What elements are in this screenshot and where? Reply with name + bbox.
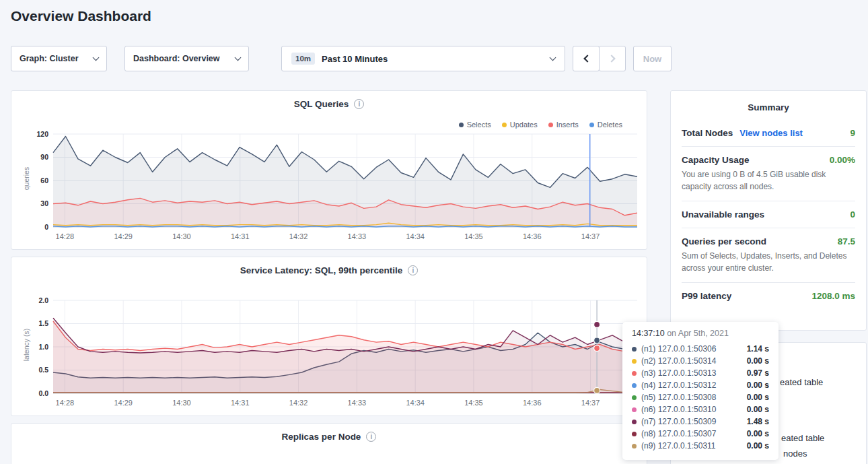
tooltip-node-row: (n8) 127.0.0.1:503070.00 s (632, 428, 769, 440)
replicas-per-node-card: Replicas per Node i (11, 423, 647, 464)
tooltip-node-row: (n5) 127.0.0.1:503080.00 s (632, 391, 769, 403)
unavailable-ranges-value: 0 (850, 209, 855, 220)
svg-text:14:28: 14:28 (56, 232, 75, 240)
time-range-badge: 10m (291, 53, 315, 65)
series-color-dot (632, 407, 637, 412)
svg-text:2.0: 2.0 (38, 296, 48, 304)
latency-value: 0.00 s (747, 380, 769, 390)
series-color-dot (632, 432, 637, 436)
tooltip-node-row: (n4) 127.0.0.1:503120.00 s (632, 379, 769, 391)
service-latency-title: Service Latency: SQL, 99th percentile (240, 265, 403, 275)
svg-text:14:35: 14:35 (464, 232, 483, 240)
time-window-prev-button[interactable] (573, 46, 600, 71)
total-nodes-value: 9 (850, 128, 855, 138)
svg-text:14:30: 14:30 (172, 232, 191, 240)
service-latency-card: Service Latency: SQL, 99th percentile i … (11, 257, 647, 416)
p99-latency-label: P99 latency (682, 291, 731, 301)
svg-text:14:29: 14:29 (114, 399, 133, 407)
graph-dropdown-label: Graph: Cluster (20, 54, 79, 63)
page-title: Overview Dashboard (11, 8, 151, 24)
dashboard-dropdown-label: Dashboard: Overview (133, 54, 220, 63)
total-nodes-stat: Total Nodes View nodes list 9 (682, 120, 855, 146)
time-window-next-button[interactable] (599, 46, 626, 71)
queries-per-second-subtext: Sum of Selects, Updates, Inserts, and De… (682, 250, 855, 274)
tooltip-node-row: (n3) 127.0.0.1:503130.97 s (632, 367, 769, 379)
svg-text:1.5: 1.5 (38, 319, 48, 327)
node-address: (n9) 127.0.0.1:50311 (641, 441, 716, 451)
chevron-down-icon (550, 54, 556, 61)
tooltip-node-row: (n6) 127.0.0.1:503100.00 s (632, 403, 769, 416)
info-icon[interactable]: i (366, 432, 376, 442)
latency-value: 0.00 s (747, 429, 769, 438)
replicas-per-node-title: Replicas per Node (282, 432, 361, 442)
latency-value: 0.00 s (747, 393, 769, 402)
now-button[interactable]: Now (633, 46, 672, 71)
node-address: (n1) 127.0.0.1:50306 (641, 344, 716, 354)
event-text-fragment: eated table (780, 377, 823, 387)
series-color-dot (632, 371, 637, 376)
event-text-fragment: eated table (781, 433, 824, 443)
series-color-dot (632, 444, 637, 449)
legend-item-updates: Updates (502, 121, 538, 129)
legend-item-inserts: Inserts (548, 121, 579, 129)
queries-per-second-value: 87.5 (838, 236, 855, 246)
svg-text:0.5: 0.5 (38, 366, 48, 374)
capacity-usage-label: Capacity Usage (682, 155, 750, 165)
capacity-usage-subtext: You are using 0 B of 4.5 GiB usable disk… (682, 168, 855, 193)
svg-text:14:31: 14:31 (231, 232, 250, 240)
latency-value: 0.00 s (747, 405, 769, 414)
sql-queries-chart[interactable]: 14:2814:2914:3014:3114:3214:3314:3414:35… (22, 129, 641, 244)
chevron-down-icon (235, 54, 242, 61)
svg-text:14:32: 14:32 (289, 232, 308, 240)
tooltip-node-row: (n7) 127.0.0.1:503091.48 s (632, 416, 769, 428)
series-color-dot (632, 383, 637, 388)
chevron-down-icon (93, 54, 100, 61)
view-nodes-list-link[interactable]: View nodes list (739, 128, 803, 138)
tooltip-node-row: (n2) 127.0.0.1:503140.00 s (632, 355, 769, 367)
series-color-dot (632, 420, 637, 424)
svg-text:14:33: 14:33 (348, 232, 367, 240)
latency-value: 0.00 s (747, 356, 769, 366)
queries-per-second-stat: Queries per second 87.5 Sum of Selects, … (682, 228, 855, 282)
node-address: (n3) 127.0.0.1:50313 (641, 368, 716, 378)
svg-text:0.0: 0.0 (38, 389, 48, 397)
inserts-color-dot (548, 123, 553, 127)
svg-text:120: 120 (36, 130, 48, 138)
capacity-usage-value: 0.00% (830, 155, 855, 165)
latency-value: 1.14 s (747, 344, 769, 354)
node-address: (n4) 127.0.0.1:50312 (641, 380, 716, 390)
svg-text:14:29: 14:29 (114, 232, 133, 240)
series-color-dot (632, 359, 637, 364)
svg-text:14:36: 14:36 (523, 399, 542, 407)
dashboard-dropdown[interactable]: Dashboard: Overview (124, 46, 249, 71)
svg-text:1.0: 1.0 (38, 343, 48, 351)
svg-text:90: 90 (40, 153, 48, 161)
chart-title: SQL Queries i (11, 99, 647, 109)
time-range-label: Past 10 Minutes (322, 54, 388, 64)
tooltip-timestamp: 14:37:10 on Apr 5th, 2021 (632, 329, 769, 338)
updates-color-dot (502, 123, 507, 127)
sql-queries-card: SQL Queries i Selects Updates Inserts De… (11, 90, 647, 250)
service-latency-chart[interactable]: 14:2814:2914:3014:3114:3214:3314:3414:35… (22, 295, 641, 411)
total-nodes-label: Total Nodes (682, 128, 733, 138)
latency-value: 1.48 s (747, 417, 769, 426)
svg-text:14:32: 14:32 (289, 399, 308, 407)
tooltip-node-rows: (n1) 127.0.0.1:503061.14 s(n2) 127.0.0.1… (632, 343, 769, 452)
graph-scope-dropdown[interactable]: Graph: Cluster (11, 46, 107, 71)
legend-item-deletes: Deletes (589, 121, 622, 129)
summary-panel: Summary Total Nodes View nodes list 9 Ca… (670, 90, 867, 331)
svg-text:14:37: 14:37 (581, 232, 600, 240)
svg-text:14:34: 14:34 (406, 232, 425, 240)
capacity-usage-stat: Capacity Usage 0.00% You are using 0 B o… (682, 146, 855, 201)
node-address: (n6) 127.0.0.1:50310 (641, 405, 716, 414)
svg-text:0: 0 (44, 223, 48, 231)
chevron-right-icon (608, 55, 615, 62)
p99-latency-stat: P99 latency 1208.0 ms (682, 282, 855, 309)
node-address: (n8) 127.0.0.1:50307 (641, 429, 716, 438)
info-icon[interactable]: i (408, 265, 418, 275)
time-range-picker[interactable]: 10m Past 10 Minutes (281, 46, 565, 71)
svg-text:14:37: 14:37 (581, 399, 600, 407)
tooltip-node-row: (n1) 127.0.0.1:503061.14 s (632, 343, 769, 355)
sql-queries-title: SQL Queries (294, 99, 349, 109)
info-icon[interactable]: i (354, 99, 364, 109)
